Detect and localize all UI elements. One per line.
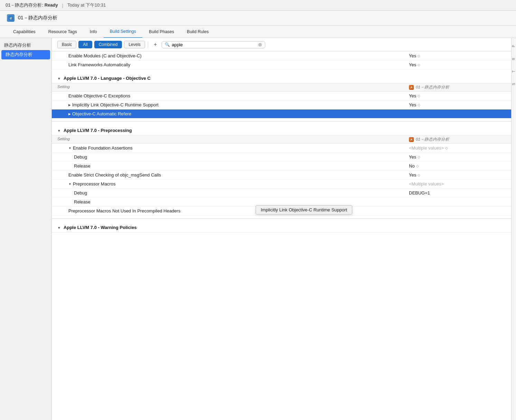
table-row[interactable]: Enable Objective-C Exceptions Yes ◇ [52, 92, 511, 101]
table-row[interactable]: Debug Yes ◇ [52, 153, 511, 162]
setting-name: Enable Strict Checking of objc_msgSend C… [68, 172, 409, 178]
stepper-icon: ◇ [418, 155, 420, 159]
tab-capabilities[interactable]: Capabilities [7, 26, 42, 38]
status-value: Ready [45, 2, 58, 8]
setting-name: Debug [74, 154, 409, 160]
table-row[interactable]: ▶ Implicitly Link Objective-C Runtime Su… [52, 101, 511, 109]
tooltip: Implicitly Link Objective-C Runtime Supp… [256, 205, 352, 214]
section-header-warning[interactable]: ▼ Apple LLVM 7.0 - Warning Policies [52, 221, 511, 232]
table-row[interactable]: Release No ◇ [52, 162, 511, 171]
setting-name: Release [74, 199, 409, 204]
table-row[interactable]: Debug DEBUG=1 [52, 189, 511, 198]
col-header-project: 01－静态内存分析 [409, 85, 506, 90]
right-panel: P R T S [511, 38, 516, 420]
section-separator-2 [52, 218, 511, 219]
project-icon-sm [409, 137, 414, 142]
section-triangle-icon: ▼ [57, 129, 61, 133]
col-header-setting: Setting [57, 85, 409, 90]
title-bar-time: Today at 下午10:31 [67, 2, 106, 8]
search-clear-button[interactable]: ⊗ [258, 42, 262, 47]
tab-bar: Capabilities Resource Tags Info Build Se… [0, 26, 516, 38]
stepper-icon: ◇ [445, 146, 448, 150]
sidebar-item-target2[interactable]: 静态内存分析 [1, 50, 50, 59]
filter-plus-button[interactable]: + [151, 41, 160, 48]
filter-separator [148, 41, 148, 48]
stepper-icon: ◇ [418, 63, 420, 67]
row-triangle-icon: ▼ [68, 182, 71, 186]
table-row[interactable]: Enable Strict Checking of objc_msgSend C… [52, 171, 511, 180]
title-bar-divider: | [62, 3, 63, 8]
settings-table-language: Enable Objective-C Exceptions Yes ◇ ▶ Im… [52, 92, 511, 118]
tab-info[interactable]: Info [84, 26, 104, 38]
section-header-preprocessing[interactable]: ▼ Apple LLVM 7.0 - Preprocessing [52, 124, 511, 135]
setting-value: Yes ◇ [409, 53, 506, 58]
setting-value: <Multiple values> [409, 181, 506, 187]
setting-name: ▼ Preprocessor Macros [68, 181, 409, 187]
sidebar-item-target1[interactable]: 静态内存分析 [0, 41, 51, 50]
settings-table-top: Enable Modules (C and Objective-C) Yes ◇… [52, 51, 511, 69]
project-title: 01－静态内存分析 [18, 15, 57, 21]
filter-all-button[interactable]: All [78, 41, 92, 48]
setting-name: Enable Objective-C Exceptions [68, 93, 409, 98]
setting-value: Yes ◇ [409, 93, 506, 98]
setting-value: DEBUG=1 [409, 190, 506, 195]
setting-value: Yes ◇ [409, 62, 506, 67]
right-panel-label-t: T [512, 70, 516, 73]
filter-combined-button[interactable]: Combined [94, 41, 122, 48]
setting-value: Yes ◇ [409, 172, 506, 178]
table-row[interactable]: Enable Modules (C and Objective-C) Yes ◇ [52, 51, 511, 60]
row-triangle-icon: ▶ [68, 103, 71, 107]
main-layout: 静态内存分析 静态内存分析 Basic All Combined Levels … [0, 38, 516, 420]
setting-name: ▶ Implicitly Link Objective-C Runtime Su… [68, 102, 409, 107]
project-icon: d [7, 14, 15, 22]
project-header: d 01－静态内存分析 [0, 11, 516, 26]
svg-text:d: d [10, 17, 12, 20]
setting-name: Debug [74, 190, 409, 195]
col-header-row-preprocessing: Setting 01－静态内存分析 [52, 135, 511, 144]
section-separator [52, 121, 511, 122]
row-triangle-icon: ▶ [68, 112, 71, 116]
filter-bar: Basic All Combined Levels + 🔍 ⊗ [52, 38, 511, 51]
right-panel-label-p: P [512, 45, 516, 47]
settings-table-preprocessing: ▼ Enable Foundation Assertions <Multiple… [52, 144, 511, 216]
setting-name: Release [74, 163, 409, 169]
setting-name: Link Frameworks Automatically [68, 62, 409, 67]
section-header-language-objc[interactable]: ▼ Apple LLVM 7.0 - Language - Objective … [52, 72, 511, 83]
tab-resource-tags[interactable]: Resource Tags [42, 26, 84, 38]
tab-build-phases[interactable]: Build Phases [143, 26, 181, 38]
sidebar: 静态内存分析 静态内存分析 [0, 38, 52, 420]
stepper-icon: ◇ [416, 164, 419, 168]
filter-basic-button[interactable]: Basic [57, 41, 76, 48]
stepper-icon: ◇ [418, 103, 420, 107]
search-input[interactable] [172, 42, 256, 47]
table-row[interactable]: ▼ Enable Foundation Assertions <Multiple… [52, 144, 511, 153]
section-triangle-icon: ▼ [57, 77, 61, 80]
setting-value: <Multiple values> ◇ [409, 145, 506, 151]
right-panel-label-s: S [512, 83, 516, 85]
tab-build-settings[interactable]: Build Settings [104, 26, 143, 38]
col-header-setting: Setting [57, 137, 409, 142]
col-header-row-language: Setting 01－静态内存分析 [52, 83, 511, 92]
section-triangle-icon: ▼ [57, 226, 61, 230]
table-row-highlighted[interactable]: ▶ Objective-C Automatic Refere [52, 109, 511, 118]
content-area: Basic All Combined Levels + 🔍 ⊗ Enable M… [52, 38, 511, 420]
stepper-icon: ◇ [418, 54, 420, 58]
stepper-icon: ◇ [418, 94, 420, 98]
search-icon: 🔍 [165, 42, 170, 47]
project-icon-sm [409, 85, 414, 90]
filter-levels-button[interactable]: Levels [124, 41, 145, 48]
setting-name: ▼ Enable Foundation Assertions [68, 145, 409, 151]
setting-value: Yes ◇ [409, 102, 506, 107]
table-row[interactable]: ▼ Preprocessor Macros <Multiple values> [52, 180, 511, 189]
setting-value: Yes ◇ [409, 154, 506, 160]
setting-value: No ◇ [409, 163, 506, 169]
setting-name: Preprocessor Macros Not Used In Precompi… [68, 208, 409, 213]
tab-build-rules[interactable]: Build Rules [181, 26, 215, 38]
search-box: 🔍 ⊗ [162, 41, 265, 48]
title-bar: 01－静态内存分析: Ready | Today at 下午10:31 [0, 0, 516, 11]
stepper-icon: ◇ [418, 173, 420, 177]
setting-name: ▶ Objective-C Automatic Refere [68, 111, 409, 116]
right-panel-label-r: R [512, 58, 516, 60]
col-header-project: 01－静态内存分析 [409, 137, 506, 142]
table-row[interactable]: Link Frameworks Automatically Yes ◇ [52, 60, 511, 69]
